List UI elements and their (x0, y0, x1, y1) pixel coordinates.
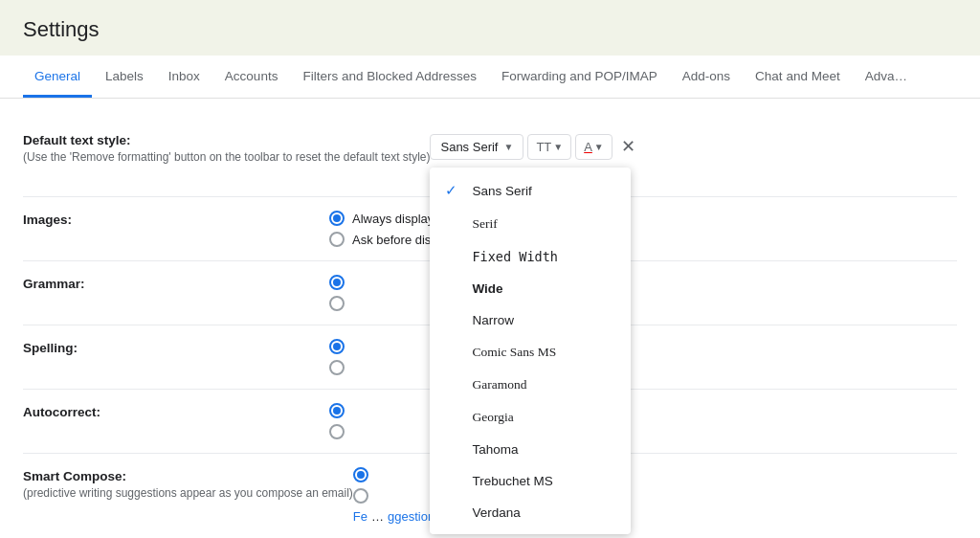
font-option-serif-label: Serif (472, 216, 497, 232)
autocorrect-title: Autocorrect: (23, 405, 329, 419)
images-radio-row-1: Always display external images - Learn m… (329, 211, 957, 226)
font-option-wide-label: Wide (472, 281, 502, 296)
font-select-button[interactable]: Sans Serif ▼ (430, 134, 523, 160)
spelling-label: Spelling: (23, 339, 329, 355)
font-size-icon: TT (536, 140, 551, 154)
font-toolbar: Sans Serif ▼ TT ▼ A ▼ ✕ ✓ (430, 131, 957, 162)
font-dropdown: ✓ Sans Serif Serif Fixed Width Wide (430, 168, 631, 534)
font-option-georgia-label: Georgia (472, 410, 513, 425)
font-option-comic-sans[interactable]: Comic Sans MS (430, 336, 631, 369)
tab-filters[interactable]: Filters and Blocked Addresses (291, 56, 488, 98)
smart-compose-sub: (predictive writing suggestions appear a… (23, 486, 353, 500)
font-option-verdana-label: Verdana (472, 505, 520, 520)
font-option-sans-serif[interactable]: ✓ Sans Serif (430, 173, 631, 208)
font-option-tahoma[interactable]: Tahoma (430, 434, 631, 465)
autocorrect-radio-row-1 (329, 403, 957, 418)
default-text-style-content: Sans Serif ▼ TT ▼ A ▼ ✕ ✓ (430, 131, 957, 183)
spelling-radio-row-1 (329, 339, 957, 354)
tab-forwarding[interactable]: Forwarding and POP/IMAP (490, 56, 669, 98)
font-option-trebuchet-label: Trebuchet MS (472, 474, 552, 488)
grammar-title: Grammar: (23, 277, 329, 291)
grammar-radio-row-1 (329, 275, 957, 290)
default-text-style-title: Default text style: (23, 133, 430, 147)
font-select-chevron-icon: ▼ (503, 142, 513, 152)
smart-compose-radio-1[interactable] (353, 467, 368, 482)
remove-formatting-button[interactable]: ✕ (616, 131, 640, 162)
autocorrect-content (329, 403, 957, 439)
tab-labels[interactable]: Labels (94, 56, 155, 98)
images-content: Always display external images - Learn m… (329, 211, 957, 247)
autocorrect-radio-2[interactable] (329, 424, 345, 439)
default-text-style-row: Default text style: (Use the 'Remove for… (23, 118, 957, 197)
images-label: Images: (23, 211, 329, 227)
tab-general[interactable]: General (23, 56, 92, 98)
smart-compose-link-1[interactable]: Fe (353, 509, 368, 524)
font-option-tahoma-label: Tahoma (472, 442, 518, 457)
autocorrect-radio-row-2 (329, 424, 957, 439)
tab-accounts[interactable]: Accounts (213, 56, 290, 98)
font-option-trebuchet[interactable]: Trebuchet MS (430, 465, 631, 497)
smart-compose-title: Smart Compose: (23, 469, 353, 483)
grammar-radio-2[interactable] (329, 296, 345, 311)
font-option-serif[interactable]: Serif (430, 208, 631, 240)
smart-compose-separator: … (371, 509, 384, 524)
tab-advanced[interactable]: Adva… (854, 56, 919, 98)
font-option-comic-sans-label: Comic Sans MS (472, 345, 556, 360)
spelling-radio-1[interactable] (329, 339, 345, 354)
default-text-style-label: Default text style: (Use the 'Remove for… (23, 131, 430, 164)
grammar-radio-row-2 (329, 296, 957, 311)
grammar-content (329, 275, 957, 311)
font-color-chevron-icon: ▼ (594, 142, 604, 152)
autocorrect-label: Autocorrect: (23, 403, 329, 419)
autocorrect-radio-1[interactable] (329, 403, 345, 418)
spelling-radio-row-2 (329, 360, 957, 375)
check-icon: ✓ (445, 182, 462, 199)
font-option-georgia[interactable]: Georgia (430, 401, 631, 434)
font-color-button[interactable]: A ▼ (575, 134, 612, 160)
font-option-fixed-width[interactable]: Fixed Width (430, 240, 631, 273)
smart-compose-label: Smart Compose: (predictive writing sugge… (23, 467, 353, 500)
font-size-button[interactable]: TT ▼ (527, 134, 571, 160)
font-color-icon: A (584, 140, 592, 154)
smart-compose-radio-2[interactable] (353, 488, 368, 504)
font-option-garamond[interactable]: Garamond (430, 369, 631, 401)
font-option-garamond-label: Garamond (472, 377, 526, 392)
font-option-verdana[interactable]: Verdana (430, 497, 631, 528)
page-title: Settings (23, 17, 957, 42)
tabs-bar: General Labels Inbox Accounts Filters an… (0, 56, 980, 99)
font-option-wide[interactable]: Wide (430, 273, 631, 304)
tab-inbox[interactable]: Inbox (157, 56, 212, 98)
spelling-radio-2[interactable] (329, 360, 345, 375)
tab-addons[interactable]: Add-ons (671, 56, 742, 98)
default-text-style-sub: (Use the 'Remove formatting' button on t… (23, 150, 430, 164)
tab-chat[interactable]: Chat and Meet (744, 56, 852, 98)
images-radio-1[interactable] (329, 211, 345, 226)
settings-body: Default text style: (Use the 'Remove for… (0, 99, 980, 538)
grammar-label: Grammar: (23, 275, 329, 291)
images-radio-row-2: Ask before displaying external images (329, 232, 957, 247)
font-size-chevron-icon: ▼ (553, 142, 563, 152)
font-option-fixed-width-label: Fixed Width (472, 249, 557, 264)
spelling-content (329, 339, 957, 375)
spelling-title: Spelling: (23, 341, 329, 355)
images-radio-2[interactable] (329, 232, 345, 247)
font-option-narrow-label: Narrow (472, 313, 514, 327)
images-title: Images: (23, 213, 329, 227)
font-option-sans-serif-label: Sans Serif (472, 184, 531, 198)
remove-formatting-icon: ✕ (621, 136, 635, 157)
font-option-narrow[interactable]: Narrow (430, 304, 631, 336)
font-select-label: Sans Serif (440, 140, 498, 154)
grammar-radio-1[interactable] (329, 275, 345, 290)
